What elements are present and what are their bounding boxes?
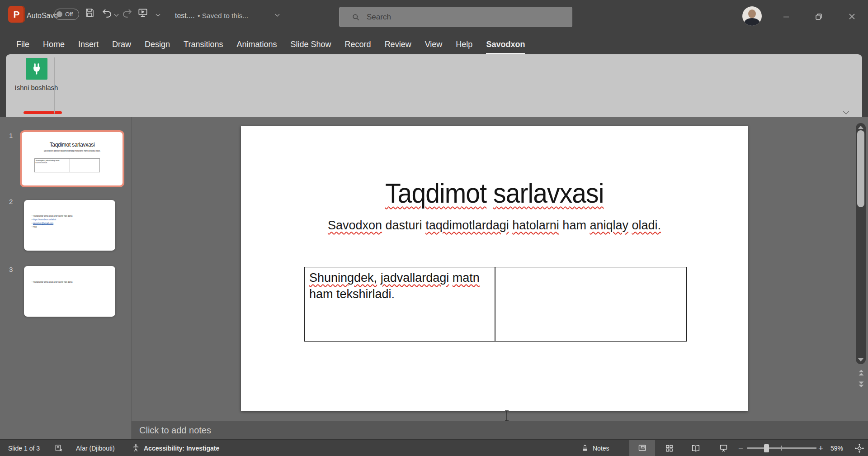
- avatar-body: [744, 18, 760, 26]
- thumbnail-bullet: • savodxon@email.com: [32, 222, 112, 225]
- tab-design[interactable]: Design: [145, 40, 170, 54]
- notes-area[interactable]: Click to add notes: [132, 421, 868, 439]
- avatar[interactable]: [742, 6, 762, 26]
- autosave-toggle[interactable]: Off: [54, 9, 79, 20]
- undo-dropdown-chevron[interactable]: [114, 12, 119, 17]
- zoom-in-button[interactable]: +: [818, 440, 823, 456]
- slide-number-2: 2: [9, 198, 13, 205]
- tab-slide-show[interactable]: Slide Show: [291, 40, 331, 54]
- slide-indicator: Slide 1 of 3: [8, 440, 40, 456]
- panel-divider[interactable]: [131, 117, 132, 439]
- thumb1-table: Shuningdek, jadvallardagi matn ham teksh…: [34, 158, 100, 172]
- table-cell-text[interactable]: Shuningdek, jadvallardagi matn ham teksh…: [309, 270, 492, 302]
- thumbnail-bullet: • Paxtakorlar olma asal anor xamir nok d…: [32, 214, 112, 218]
- autosave-state: Off: [65, 11, 73, 18]
- collapse-ribbon-button[interactable]: [844, 107, 849, 112]
- zoom-slider-track[interactable]: [747, 447, 816, 449]
- slide-title[interactable]: Taqdimot sarlavxasi: [241, 177, 748, 209]
- tab-insert[interactable]: Insert: [78, 40, 99, 54]
- previous-slide-button[interactable]: [858, 369, 865, 377]
- scroll-up-arrow[interactable]: [858, 126, 863, 129]
- accessibility-icon: [131, 440, 141, 456]
- ribbon-tabs: FileHomeInsertDrawDesignTransitionsAnima…: [16, 33, 525, 54]
- powerpoint-logo[interactable]: P: [8, 6, 25, 23]
- toggle-knob: [57, 11, 62, 17]
- avatar-head: [748, 10, 756, 18]
- slide-thumbnail-1[interactable]: Taqdimot sarlavxasi Savodxon dasturi taq…: [20, 130, 124, 187]
- thumb1-subtitle: Savodxon dasturi taqdimotlardagi hatolar…: [24, 150, 121, 152]
- slide-thumbnail-2[interactable]: • Paxtakorlar olma asal anor xamir nok d…: [24, 200, 115, 251]
- close-button[interactable]: [839, 0, 864, 33]
- workspace: 1 2 3 Taqdimot sarlavxasi Savodxon dastu…: [0, 117, 868, 439]
- reading-view-button[interactable]: [685, 440, 707, 456]
- tab-home[interactable]: Home: [43, 40, 65, 54]
- search-box[interactable]: [339, 7, 572, 27]
- accessibility-status[interactable]: Accessibility: Investigate: [144, 440, 219, 456]
- text-cursor: [504, 410, 509, 422]
- slide-table[interactable]: Shuningdek, jadvallardagi matn ham teksh…: [304, 267, 687, 342]
- ribbon: Ishni boshlash: [0, 54, 868, 117]
- tab-animations[interactable]: Animations: [236, 40, 277, 54]
- fit-to-window-button[interactable]: [854, 440, 864, 456]
- search-icon: [351, 13, 360, 22]
- notes-icon: [581, 444, 590, 452]
- tab-review[interactable]: Review: [385, 40, 411, 54]
- status-bar: Slide 1 of 3 Afar (Djibouti) Accessibili…: [0, 439, 868, 456]
- thumbnail-bullet: • Asal: [32, 225, 112, 229]
- undo-icon[interactable]: [101, 7, 113, 19]
- save-icon[interactable]: [84, 7, 96, 19]
- file-name[interactable]: test....: [175, 12, 195, 20]
- thumbnail-bullet: • https://savodxon.uz/tahrir: [32, 218, 112, 222]
- table-cell-divider: [495, 267, 495, 341]
- slide-canvas[interactable]: Taqdimot sarlavxasi Savodxon dasturi taq…: [241, 126, 748, 411]
- tab-savodxon[interactable]: Savodxon: [486, 40, 525, 54]
- thumb1-title: Taqdimot sarlavxasi: [24, 142, 121, 148]
- tab-transitions[interactable]: Transitions: [184, 40, 223, 54]
- next-slide-button[interactable]: [858, 380, 865, 389]
- autosave-label: AutoSave: [27, 12, 58, 20]
- saved-status: • Saved to this...: [198, 12, 248, 20]
- thumb2-bullets: • Paxtakorlar olma asal anor xamir nok d…: [24, 200, 115, 229]
- zoom-slider-thumb[interactable]: [764, 444, 769, 452]
- zoom-percent[interactable]: 59%: [830, 440, 843, 456]
- tab-view[interactable]: View: [425, 40, 443, 54]
- titlebar: P AutoSave Off test.... • Saved to this.…: [0, 0, 868, 33]
- thumbnail-bullet: • Paxtakorlar olma asal anor xamir nok d…: [32, 280, 112, 284]
- slideshow-view-button[interactable]: [712, 440, 734, 456]
- menu-row: FileHomeInsertDrawDesignTransitionsAnima…: [0, 33, 868, 54]
- slide-sorter-view-button[interactable]: [658, 440, 680, 456]
- tab-record[interactable]: Record: [345, 40, 371, 54]
- minimize-button[interactable]: [774, 0, 799, 33]
- slide-thumbnail-3[interactable]: • Paxtakorlar olma asal anor xamir nok d…: [24, 266, 115, 317]
- notes-toggle[interactable]: Notes: [581, 440, 609, 456]
- spell-check-icon[interactable]: [54, 440, 63, 456]
- zoom-slider-tick: [781, 446, 782, 451]
- file-dropdown-chevron[interactable]: [275, 12, 280, 17]
- zoom-out-button[interactable]: −: [738, 440, 743, 456]
- thumb3-bullets: • Paxtakorlar olma asal anor xamir nok d…: [24, 266, 115, 284]
- slide-subtitle[interactable]: Savodxon dasturi taqdimotlardagi hatolar…: [241, 218, 748, 233]
- scroll-down-arrow[interactable]: [858, 358, 863, 361]
- scrollbar-thumb[interactable]: [857, 130, 864, 207]
- tab-file[interactable]: File: [16, 40, 29, 54]
- search-input[interactable]: [366, 12, 548, 22]
- tab-help[interactable]: Help: [456, 40, 472, 54]
- restore-button[interactable]: [806, 0, 831, 33]
- language-indicator[interactable]: Afar (Djibouti): [76, 440, 115, 456]
- quick-access-chevron[interactable]: [156, 12, 160, 17]
- tab-draw[interactable]: Draw: [112, 40, 131, 54]
- slide-number-1: 1: [9, 132, 13, 139]
- plug-icon: [26, 58, 47, 80]
- redo-icon: [121, 7, 133, 19]
- vertical-scrollbar[interactable]: [856, 123, 866, 364]
- ribbon-panel: Ishni boshlash: [6, 54, 862, 117]
- slide-number-3: 3: [9, 266, 13, 273]
- ribbon-group-divider: [54, 57, 55, 114]
- normal-view-button[interactable]: [629, 440, 655, 456]
- slideshow-quick-icon[interactable]: [137, 7, 149, 19]
- addin-active-underline: [24, 111, 62, 114]
